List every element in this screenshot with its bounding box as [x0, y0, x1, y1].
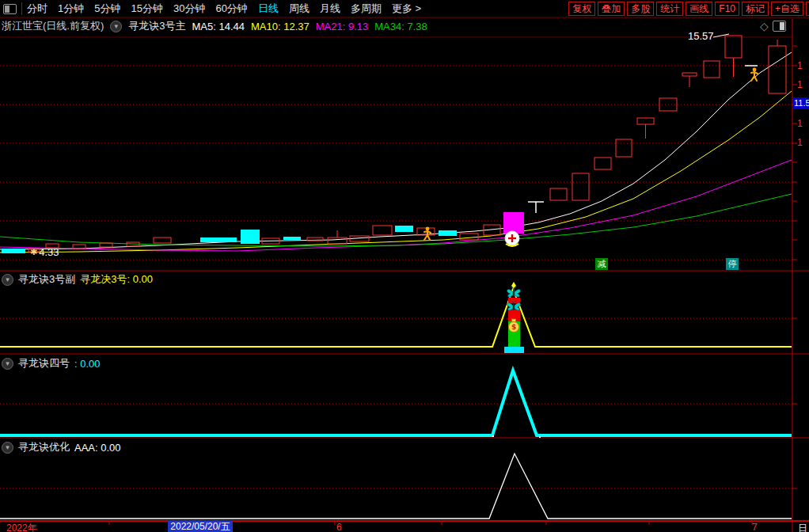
collapse-panel2-icon[interactable]: ▾ — [2, 358, 13, 370]
low-price-text: 4.33 — [39, 246, 59, 258]
collapse-panel3-icon[interactable]: ▾ — [2, 442, 13, 454]
chart-canvas[interactable]: $ — [0, 0, 809, 532]
ma-line-MA21 — [0, 160, 792, 251]
low-marker-icon: ✱ — [30, 247, 37, 257]
indicator-spike — [0, 370, 792, 435]
trading-terminal-window: $ 分时 1分钟 5分钟 15分钟 30分钟 60分钟 日线 周线 月线 多周期… — [0, 0, 809, 532]
collapse-panel1-icon[interactable]: ▾ — [2, 274, 13, 286]
panel3-value: AAA: 0.00 — [74, 442, 121, 454]
axis-year-label: 2022年 — [6, 522, 37, 532]
axis-label-clipped: 1 — [797, 60, 803, 71]
axis-label-clipped: 1 — [797, 118, 803, 129]
stop-signal-badge: 停 — [726, 258, 739, 270]
axis-label-clipped: 1 — [797, 137, 803, 148]
axis-month-june: 6 — [336, 522, 342, 532]
panel-header-xunlongjue4: ▾ 寻龙诀四号 : 0.00 — [2, 356, 101, 370]
reduce-signal-badge: 减 — [595, 258, 608, 270]
ma-line-MA5 — [0, 52, 792, 249]
panel1-title[interactable]: 寻龙诀3号副 — [18, 272, 75, 287]
svg-text:$: $ — [511, 323, 516, 331]
axis-label-clipped: 1 — [797, 79, 803, 90]
selected-date-label: 2022/05/20/五 — [168, 521, 233, 532]
panel-header-xunlongjue-youhua: ▾ 寻龙诀优化 AAA: 0.00 — [2, 440, 121, 454]
high-price-label: 15.57 — [688, 30, 714, 42]
axis-period-label: 日 — [798, 522, 807, 532]
ma-line-MA34 — [0, 194, 792, 246]
current-price-badge: 11.5 — [793, 97, 809, 109]
panel3-title[interactable]: 寻龙诀优化 — [18, 440, 70, 454]
axis-month-july: 7 — [752, 522, 758, 532]
panel2-value: : 0.00 — [74, 358, 101, 370]
panel-header-xunlongjue3: ▾ 寻龙诀3号副 寻龙决3号: 0.00 — [2, 272, 153, 287]
panel1-value: 寻龙决3号: 0.00 — [80, 272, 153, 287]
signal-stack-bar — [504, 347, 524, 353]
target-marker-icon — [505, 231, 519, 246]
person-marker-icon — [424, 227, 431, 240]
indicator-spike — [0, 454, 792, 519]
person-marker-icon — [751, 68, 758, 81]
low-price-label: ✱ 4.33 — [30, 246, 59, 258]
panel2-title[interactable]: 寻龙诀四号 — [18, 356, 70, 370]
